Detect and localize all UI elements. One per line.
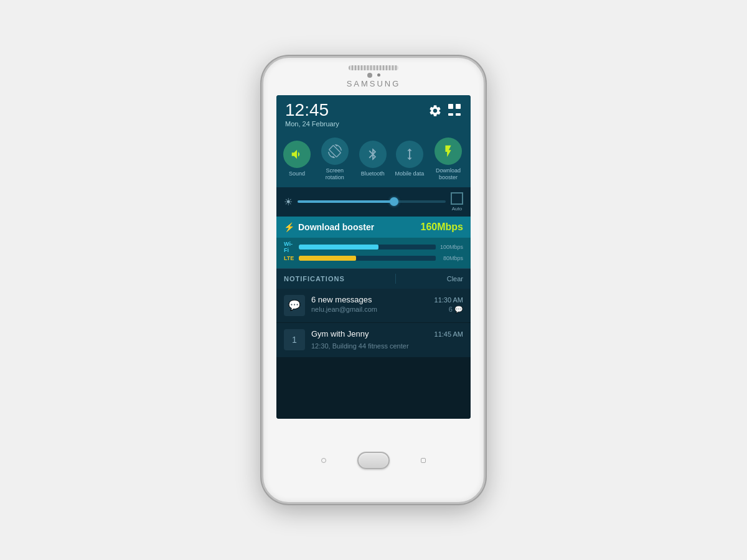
brightness-row: ☀ Auto — [276, 187, 471, 217]
quick-settings-row: Sound Screen rotation — [276, 133, 471, 187]
brightness-fill — [298, 200, 394, 203]
notif-divider — [395, 274, 396, 284]
phone-body: SAMSUNG 12:45 Mon, 24 February — [261, 56, 486, 504]
lte-speed-row: LTE 80Mbps — [284, 255, 463, 261]
calendar-subtitle: 12:30, Building 44 fitness center — [311, 342, 409, 350]
screen-rotation-toggle[interactable]: Screen rotation — [319, 138, 350, 181]
messages-count: 6 💬 — [449, 306, 463, 314]
calendar-content: Gym with Jenny 11:45 AM 12:30, Building … — [311, 329, 463, 351]
wifi-speed-track — [299, 245, 436, 250]
time-date: 12:45 Mon, 24 February — [285, 101, 339, 128]
grid-view-icon[interactable] — [448, 104, 462, 118]
sound-label: Sound — [289, 170, 305, 177]
front-camera-area — [367, 73, 380, 78]
sound-icon — [283, 141, 311, 168]
messages-content: 6 new messages 11:30 AM nelu.jean@gmail.… — [311, 295, 463, 314]
messages-title: 6 new messages — [311, 295, 372, 304]
messages-icon: 💬 — [284, 295, 305, 316]
brightness-thumb — [390, 197, 398, 206]
status-icons — [428, 104, 462, 118]
clock: 12:45 — [285, 101, 339, 119]
calendar-time: 11:45 AM — [435, 330, 463, 338]
brightness-icon: ☀ — [284, 196, 293, 208]
calendar-title: Gym with Jenny — [311, 329, 369, 338]
messages-time: 11:30 AM — [435, 296, 463, 304]
notification-calendar[interactable]: 1 Gym with Jenny 11:45 AM 12:30, Buildin… — [276, 323, 471, 358]
lte-speed-value: 80Mbps — [439, 255, 463, 261]
empty-screen-area — [276, 358, 471, 419]
db-speed: 160Mbps — [421, 222, 463, 233]
clear-button[interactable]: Clear — [447, 275, 463, 282]
db-title: Download booster — [298, 222, 374, 232]
sensor — [377, 73, 380, 77]
home-button[interactable] — [357, 452, 390, 469]
brand-logo: SAMSUNG — [347, 79, 401, 88]
screen-rotation-label: Screen rotation — [319, 167, 350, 181]
wifi-label: Wi-Fi — [284, 241, 295, 253]
db-lightning-icon: ⚡ — [284, 222, 294, 232]
wifi-speed-row: Wi-Fi 100Mbps — [284, 241, 463, 253]
phone-top: SAMSUNG — [263, 58, 484, 95]
messages-top-row: 6 new messages 11:30 AM — [311, 295, 463, 304]
lte-speed-track — [299, 256, 436, 261]
notification-messages[interactable]: 💬 6 new messages 11:30 AM nelu.jean@gmai… — [276, 289, 471, 323]
back-button[interactable] — [321, 458, 326, 463]
speaker-grille — [349, 65, 398, 70]
wifi-speed-value: 100Mbps — [439, 244, 463, 250]
phone-bottom — [263, 419, 484, 502]
date: Mon, 24 February — [285, 120, 339, 128]
phone-wrapper: SAMSUNG 12:45 Mon, 24 February — [255, 44, 492, 516]
calendar-icon: 1 — [284, 329, 305, 350]
bluetooth-icon — [359, 141, 387, 168]
download-booster-label: Download booster — [433, 167, 464, 181]
wifi-speed-fill — [299, 245, 378, 250]
mobile-data-toggle[interactable]: Mobile data — [395, 141, 425, 177]
mobile-data-icon — [396, 141, 423, 168]
brightness-slider[interactable] — [298, 200, 446, 203]
auto-checkbox — [451, 192, 463, 205]
notifications-title: NOTIFICATIONS — [284, 275, 345, 282]
mobile-data-label: Mobile data — [395, 170, 425, 177]
status-bar: 12:45 Mon, 24 February — [276, 95, 471, 133]
front-camera — [367, 73, 372, 78]
notifications-header: NOTIFICATIONS Clear — [276, 268, 471, 289]
nav-buttons — [321, 452, 426, 469]
download-booster-icon — [435, 138, 462, 165]
bluetooth-label: Bluetooth — [361, 170, 385, 177]
calendar-top-row: Gym with Jenny 11:45 AM — [311, 329, 463, 338]
settings-icon[interactable] — [428, 104, 442, 118]
notification-panel: 12:45 Mon, 24 February — [276, 95, 471, 419]
messages-subtitle: nelu.jean@gmail.com — [311, 306, 377, 313]
sound-toggle[interactable]: Sound — [283, 141, 311, 177]
download-booster-banner: ⚡ Download booster 160Mbps — [276, 217, 471, 238]
bluetooth-toggle[interactable]: Bluetooth — [359, 141, 387, 177]
screen-rotation-icon — [321, 138, 349, 165]
db-left: ⚡ Download booster — [284, 222, 374, 232]
speed-bars: Wi-Fi 100Mbps LTE 80Mbps — [276, 238, 471, 268]
recent-apps-button[interactable] — [421, 458, 426, 463]
brightness-auto[interactable]: Auto — [451, 192, 463, 212]
lte-label: LTE — [284, 255, 295, 261]
lte-speed-fill — [299, 256, 356, 261]
phone-screen: 12:45 Mon, 24 February — [276, 95, 471, 419]
download-booster-toggle[interactable]: Download booster — [433, 138, 464, 181]
auto-label: Auto — [452, 206, 462, 212]
